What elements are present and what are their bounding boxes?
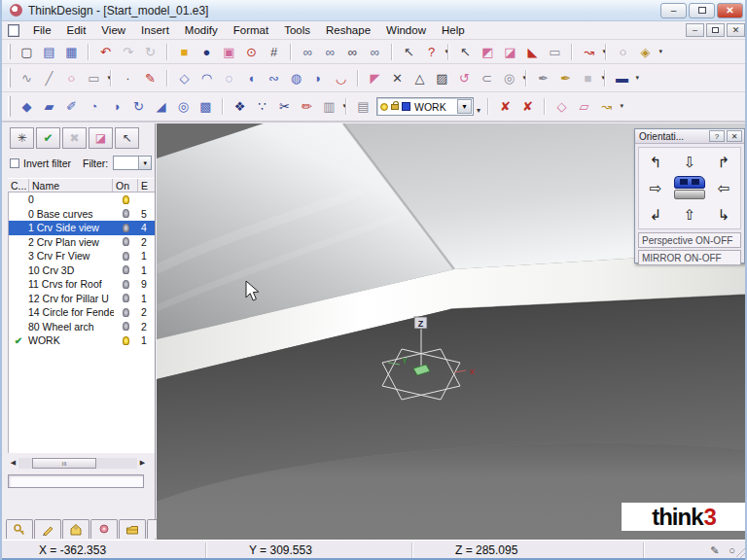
open-file-button[interactable]: ▤ [38, 42, 60, 62]
delete-button[interactable]: ✘ [494, 96, 516, 117]
layer-name[interactable]: 11 Crvs for Roof [28, 278, 114, 290]
rotate-top-left-button[interactable]: ↰ [641, 151, 670, 174]
filter-combo[interactable]: ▾ [113, 156, 152, 170]
layer-row[interactable]: 0 [9, 192, 155, 207]
horizontal-scrollbar[interactable]: ◀ III ▶ [8, 457, 148, 469]
surface-plane-button[interactable]: ▰ [38, 96, 60, 117]
select-window-button[interactable]: ▭ [544, 42, 566, 62]
rendered-view-button[interactable]: ● [196, 42, 218, 62]
mdi-close-button[interactable]: ✕ [727, 23, 745, 37]
layer-name[interactable]: 12 Crv for Pillar U [28, 293, 114, 304]
menu-item[interactable]: Help [434, 23, 473, 37]
rotate-view-button[interactable]: ∞ [297, 42, 319, 62]
fit-view-button[interactable]: ∞ [364, 42, 386, 62]
scrollbar-thumb[interactable]: III [32, 458, 96, 469]
menu-item[interactable]: File [25, 23, 59, 37]
tab-styles[interactable] [34, 519, 61, 539]
hatch-button[interactable]: ▨ [431, 68, 453, 88]
layer-row[interactable]: WORK 1 [9, 333, 155, 348]
flip-down-button[interactable]: ⇩ [675, 151, 704, 174]
toolbar-grip[interactable] [8, 96, 11, 116]
cancel-filter-button[interactable]: ✖ [62, 127, 87, 149]
snap-pencil-icon[interactable]: ✎ [710, 544, 719, 557]
layer-name[interactable]: 1 Crv Side view [28, 222, 114, 233]
pointer-button[interactable]: ↖ [398, 42, 420, 62]
layer-row[interactable]: 10 Crv 3D 1 [9, 263, 155, 278]
mdi-minimize-button[interactable]: – [686, 23, 704, 37]
layer-name[interactable]: 0 Base curves [28, 208, 114, 220]
flip-up-button[interactable]: ⇧ [675, 203, 704, 227]
close-button[interactable]: ✕ [717, 3, 743, 18]
edit-curve-button[interactable]: ◤ [364, 68, 386, 88]
rotate-bottom-right-button[interactable]: ↳ [709, 203, 738, 227]
surface-blend2-button[interactable]: ◑ [105, 96, 127, 117]
layer-visibility-bulb-icon[interactable] [114, 280, 137, 289]
menu-item[interactable]: Tools [276, 23, 318, 37]
layer-name[interactable]: 0 [28, 193, 114, 205]
toolbar-grip[interactable] [8, 68, 11, 88]
layer-visibility-bulb-icon[interactable] [114, 209, 137, 218]
layer-row[interactable]: 80 Wheel arch 2 [9, 320, 155, 334]
layer-name[interactable]: 14 Circle for Fender [28, 306, 114, 318]
invert-filter-checkbox[interactable] [10, 158, 19, 168]
pick-filter-button[interactable]: ↖ [115, 127, 139, 149]
corner-button[interactable]: △ [409, 68, 431, 88]
select-faces-button[interactable]: ◩ [477, 42, 499, 62]
grid-view-button[interactable]: # [263, 42, 285, 62]
scrollbar-track[interactable]: III [18, 458, 137, 469]
circle-button[interactable]: ○ [60, 68, 83, 88]
probe-circle-icon[interactable]: ○ [729, 544, 735, 556]
layer-row[interactable]: 12 Crv for Pillar U 1 [9, 292, 155, 306]
toolbar-grip[interactable] [8, 44, 11, 60]
column-current[interactable]: C... [8, 179, 29, 192]
layer-name[interactable]: 2 Crv Plan view [28, 236, 114, 248]
surface-ellipse-button[interactable]: ◌ [218, 68, 240, 88]
mdi-restore-button[interactable] [706, 23, 725, 37]
point-cloud-button[interactable]: ∵ [251, 96, 273, 117]
redo-all-button[interactable]: ↻ [139, 42, 161, 62]
zoom-view-button[interactable]: ∞ [341, 42, 364, 62]
new-filter-button[interactable]: ✳ [10, 127, 34, 149]
filter-dropdown-button[interactable]: ▾ [138, 157, 151, 169]
surface-pen-button[interactable]: ✐ [60, 96, 83, 117]
palette-title-bar[interactable]: Orientati... ? ✕ [635, 129, 744, 144]
trim-loop-button[interactable]: ↺ [453, 68, 476, 88]
select-paint-button[interactable]: ◣ [521, 42, 544, 62]
surface-kite-button[interactable]: ◆ [16, 96, 38, 117]
image-plane-button[interactable]: ▣ [218, 42, 240, 62]
project-button[interactable]: ▥ [318, 96, 340, 117]
tab-materials[interactable] [90, 519, 118, 539]
arc-button[interactable]: ◡ [330, 68, 352, 88]
new-file-button[interactable]: ▢ [16, 42, 38, 62]
column-name[interactable]: Name [29, 179, 113, 192]
delete-node-button[interactable]: ✕ [386, 68, 409, 88]
layer-visibility-bulb-icon[interactable] [114, 294, 137, 302]
car-display-button[interactable]: ▬ [611, 68, 633, 88]
tab-tags[interactable] [62, 519, 89, 539]
flip-left-button[interactable]: ⇦ [709, 177, 738, 200]
rotate-bottom-left-button[interactable]: ↲ [641, 203, 670, 227]
line-button[interactable]: ╱ [38, 68, 60, 88]
tab-sets[interactable] [119, 519, 146, 539]
tab-layers[interactable] [6, 519, 33, 539]
zoom-tool-button[interactable]: ⊙ [240, 42, 263, 62]
layer-row[interactable]: 0 Base curves 5 [9, 207, 155, 222]
combo-more-dropdown[interactable]: ▾ [477, 106, 480, 115]
restore-button[interactable] [689, 3, 715, 18]
cut-surface-button[interactable]: ✂ [273, 96, 296, 117]
layer-name[interactable]: 10 Crv 3D [28, 264, 114, 276]
rectangle-button[interactable]: ▭ [83, 68, 105, 88]
layer-name[interactable]: 80 Wheel arch [28, 321, 114, 332]
scroll-right-icon[interactable]: ▶ [137, 458, 148, 469]
menu-item[interactable]: Format [226, 23, 276, 37]
layer-visibility-bulb-icon[interactable] [114, 336, 137, 345]
spline-button[interactable]: ∿ [16, 68, 38, 88]
surface-cage-button[interactable]: ▩ [195, 96, 217, 117]
scroll-left-icon[interactable]: ◀ [8, 458, 18, 469]
surface-revolve-button[interactable]: ◔ [83, 96, 105, 117]
select-button[interactable]: ↖ [454, 42, 477, 62]
probe-ball-button[interactable]: ○ [612, 42, 634, 62]
copy-sheets-button[interactable]: ▱ [573, 96, 595, 117]
select-edges-button[interactable]: ◪ [499, 42, 521, 62]
pan-view-button[interactable]: ∞ [319, 42, 341, 62]
